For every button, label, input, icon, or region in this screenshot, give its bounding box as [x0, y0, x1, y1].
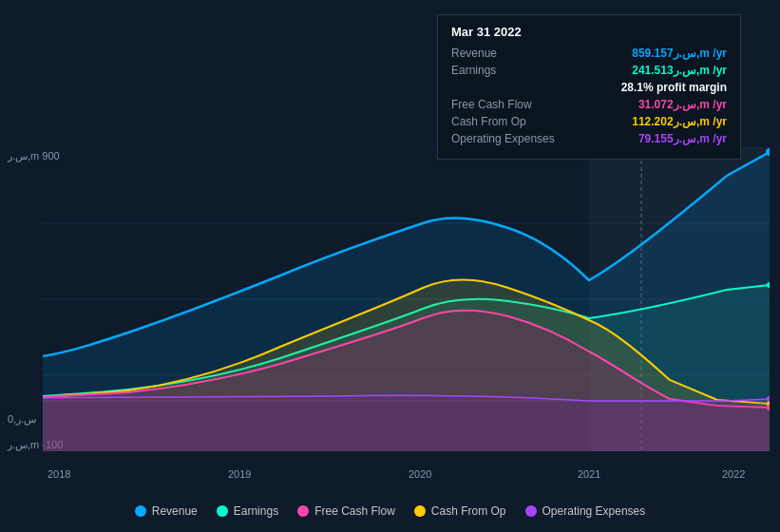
legend-dot-earnings — [217, 505, 228, 517]
tooltip-value-earnings: 241.513س.ر,m /yr — [632, 64, 727, 77]
chart-container: Mar 31 2022 Revenue 859.157س.ر,m /yr Ear… — [0, 0, 780, 532]
x-axis-2022: 2022 — [722, 468, 745, 480]
tooltip-value-opex: 79.155س.ر,m /yr — [638, 132, 727, 145]
legend-item-cashop[interactable]: Cash From Op — [414, 504, 506, 518]
tooltip-row-opex: Operating Expenses 79.155س.ر,m /yr — [451, 132, 727, 145]
tooltip-label-opex: Operating Expenses — [451, 132, 555, 145]
legend-label-opex: Operating Expenses — [542, 504, 646, 518]
chart-legend: Revenue Earnings Free Cash Flow Cash Fro… — [0, 504, 780, 518]
tooltip-label-fcf: Free Cash Flow — [451, 98, 532, 111]
tooltip-label-earnings: Earnings — [451, 64, 496, 77]
x-axis-2021: 2021 — [578, 468, 600, 480]
legend-dot-fcf — [297, 505, 309, 517]
legend-label-revenue: Revenue — [152, 504, 198, 518]
legend-label-cashop: Cash From Op — [431, 504, 506, 518]
legend-dot-revenue — [135, 505, 146, 517]
tooltip-row-cashop: Cash From Op 112.202س.ر,m /yr — [451, 115, 727, 128]
chart-svg — [43, 147, 770, 451]
tooltip-value-cashop: 112.202س.ر,m /yr — [632, 115, 727, 128]
tooltip-label-cashop: Cash From Op — [451, 115, 526, 128]
tooltip-value-margin: 28.1% profit margin — [621, 81, 727, 94]
tooltip-row-margin: 28.1% profit margin — [451, 81, 727, 94]
x-axis-2019: 2019 — [228, 468, 251, 480]
tooltip-row-revenue: Revenue 859.157س.ر,m /yr — [451, 47, 727, 60]
tooltip-row-fcf: Free Cash Flow 31.072س.ر,m /yr — [451, 98, 727, 111]
legend-label-earnings: Earnings — [234, 504, 278, 518]
legend-dot-opex — [525, 505, 537, 517]
legend-label-fcf: Free Cash Flow — [314, 504, 395, 518]
y-axis-zero: س.ر,0 — [8, 413, 36, 426]
tooltip-value-revenue: 859.157س.ر,m /yr — [632, 47, 727, 60]
legend-dot-cashop — [414, 505, 426, 517]
legend-item-revenue[interactable]: Revenue — [135, 504, 198, 518]
x-axis-2020: 2020 — [409, 468, 431, 480]
tooltip-box: Mar 31 2022 Revenue 859.157س.ر,m /yr Ear… — [437, 14, 741, 160]
legend-item-fcf[interactable]: Free Cash Flow — [297, 504, 395, 518]
legend-item-opex[interactable]: Operating Expenses — [525, 504, 646, 518]
tooltip-title: Mar 31 2022 — [451, 25, 727, 39]
tooltip-value-fcf: 31.072س.ر,m /yr — [638, 98, 727, 111]
tooltip-label-revenue: Revenue — [451, 47, 497, 60]
tooltip-row-earnings: Earnings 241.513س.ر,m /yr — [451, 64, 727, 77]
x-axis-2018: 2018 — [48, 468, 70, 480]
legend-item-earnings[interactable]: Earnings — [217, 504, 278, 518]
